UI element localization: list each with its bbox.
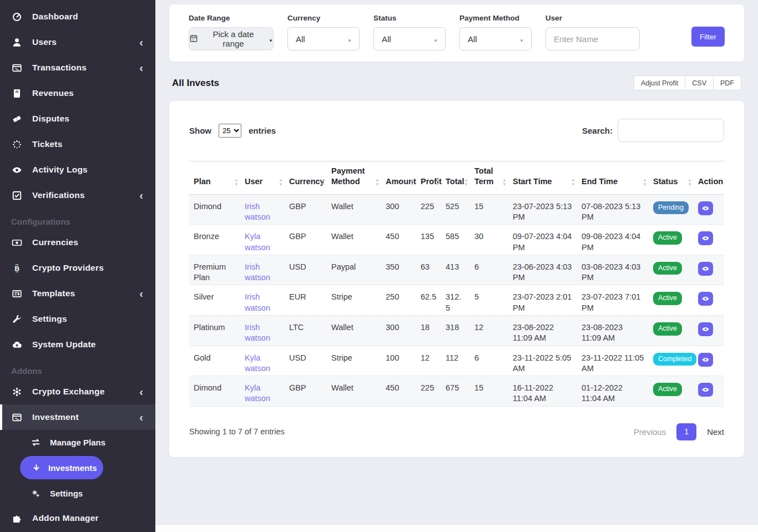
status-field: Status All — [373, 14, 446, 50]
column-header-status[interactable]: Status — [649, 161, 694, 195]
current-page-button[interactable]: 1 — [676, 423, 696, 440]
status-select[interactable]: All — [373, 27, 446, 50]
currency-field: Currency All — [287, 14, 360, 50]
sidebar-subitem-settings[interactable]: Settings — [0, 481, 155, 505]
pdf-export-button[interactable]: PDF — [713, 75, 741, 90]
view-button[interactable] — [698, 231, 713, 245]
previous-page-button[interactable]: Previous — [634, 427, 666, 437]
sidebar-item-label: Verifications — [32, 190, 139, 200]
profit-cell: 225 — [416, 376, 441, 407]
search-input[interactable] — [618, 119, 724, 142]
amount-cell: 450 — [381, 225, 416, 255]
filter-button[interactable]: Filter — [691, 27, 725, 47]
column-header-user[interactable]: User — [240, 161, 285, 195]
sidebar-item-dashboard[interactable]: Dashboard — [0, 4, 155, 29]
sidebar-section-configurations: Configurations — [0, 208, 155, 230]
column-header-plan[interactable]: Plan — [189, 161, 240, 195]
payment-method-cell: Wallet — [327, 376, 381, 407]
column-header-end-time[interactable]: End Time — [577, 161, 649, 195]
sidebar-item-label: Currencies — [32, 237, 143, 247]
sidebar-item-investment[interactable]: Investment — [0, 404, 155, 430]
column-header-total-term[interactable]: Total Term — [470, 161, 508, 195]
sidebar-item-label: Addon Manager — [32, 513, 143, 523]
sidebar-subitem-investments-active[interactable]: Investments — [20, 456, 103, 479]
user-link[interactable]: Irish watson — [245, 262, 270, 282]
sidebar-item-verifications[interactable]: Verifications — [0, 183, 155, 208]
column-header-currency[interactable]: Currency — [285, 161, 327, 195]
adjust-profit-button[interactable]: Adjust Profit — [634, 75, 685, 90]
user-link[interactable]: Kyla watson — [245, 383, 270, 403]
sidebar-item-crypto-exchange[interactable]: Crypto Exchange — [0, 379, 155, 404]
sidebar-item-addon-manager[interactable]: Addon Manager — [0, 505, 155, 531]
table-row: Premium Plan Irish watson USD Paypal 350… — [189, 255, 724, 285]
sidebar-item-settings[interactable]: Settings — [0, 306, 155, 332]
total-term-cell: 6 — [470, 255, 508, 285]
currency-select[interactable]: All — [287, 27, 360, 50]
view-button[interactable] — [698, 322, 713, 336]
main-content: Date Range Pick a date range Currency Al… — [155, 4, 758, 529]
user-link[interactable]: Irish watson — [245, 202, 270, 221]
sidebar-item-templates[interactable]: Templates — [0, 281, 155, 306]
user-link[interactable]: Irish watson — [245, 292, 270, 312]
column-header-amount[interactable]: Amount — [381, 161, 416, 195]
sidebar-item-transactions[interactable]: Transactions — [0, 55, 155, 80]
sidebar-item-label: Crypto Providers — [32, 263, 143, 273]
table-header-row: Plan User Currency Payment Method Amount… — [189, 161, 724, 195]
view-button[interactable] — [698, 353, 713, 367]
chevron-left-icon — [139, 37, 143, 48]
puzzle-icon — [11, 513, 22, 524]
sidebar-item-activity-logs[interactable]: Activity Logs — [0, 157, 155, 183]
eye-icon — [701, 234, 710, 242]
payment-method-cell: Wallet — [327, 225, 381, 255]
user-link[interactable]: Kyla watson — [245, 353, 270, 373]
user-link[interactable]: Kyla watson — [245, 232, 270, 251]
sidebar: Dashboard Users Transactions Revenues Di… — [0, 0, 155, 532]
column-header-payment-method[interactable]: Payment Method — [327, 161, 381, 195]
user-name-input[interactable] — [545, 27, 640, 50]
column-header-profit[interactable]: Profit — [416, 161, 441, 195]
entries-summary: Showing 1 to 7 of 7 entries — [189, 427, 285, 436]
view-button[interactable] — [698, 262, 713, 276]
view-button[interactable] — [698, 292, 713, 306]
date-range-picker-button[interactable]: Pick a date range — [189, 27, 274, 50]
eye-icon — [701, 265, 710, 273]
sidebar-item-label: Transactions — [32, 63, 139, 73]
eye-icon — [11, 165, 22, 175]
view-button[interactable] — [698, 383, 713, 397]
sidebar-item-system-update[interactable]: System Update — [0, 332, 155, 357]
total-term-cell: 15 — [470, 376, 508, 407]
plan-cell: Silver — [189, 285, 240, 316]
column-header-total[interactable]: Total — [441, 161, 470, 195]
total-cell: 675 — [441, 376, 470, 407]
next-page-button[interactable]: Next — [707, 427, 724, 437]
view-button[interactable] — [698, 201, 713, 215]
table-row: Silver Irish watson EUR Stripe 250 62.5 … — [189, 285, 724, 316]
page-size-select[interactable]: 25 — [219, 124, 241, 138]
user-link[interactable]: Irish watson — [245, 323, 270, 342]
sidebar-item-tickets[interactable]: Tickets — [0, 131, 155, 157]
sidebar-item-currencies[interactable]: Currencies — [0, 230, 155, 255]
profit-cell: 135 — [416, 225, 441, 255]
payment-method-select[interactable]: All — [459, 27, 532, 50]
total-cell: 585 — [441, 225, 470, 255]
table-footer: Showing 1 to 7 of 7 entries Previous 1 N… — [189, 423, 724, 440]
csv-export-button[interactable]: CSV — [685, 75, 714, 90]
sidebar-subitem-manage-plans[interactable]: Manage Plans — [0, 430, 155, 454]
sidebar-item-label: Settings — [32, 314, 143, 324]
payment-method-cell: Wallet — [327, 315, 381, 346]
status-badge: Active — [653, 292, 682, 305]
status-value: All — [382, 34, 391, 44]
column-header-start-time[interactable]: Start Time — [508, 161, 577, 195]
sidebar-item-disputes[interactable]: Disputes — [0, 106, 155, 131]
sidebar-item-crypto-providers[interactable]: B Crypto Providers — [0, 255, 155, 281]
date-range-label: Date Range — [189, 14, 274, 22]
sidebar-item-users[interactable]: Users — [0, 29, 155, 55]
table-row: Dimond Irish watson GBP Wallet 300 225 5… — [189, 194, 724, 225]
total-cell: 312.5 — [441, 285, 470, 316]
newspaper-icon — [11, 288, 22, 299]
horizontal-scrollbar[interactable] — [155, 524, 758, 532]
sidebar-item-revenues[interactable]: Revenues — [0, 80, 155, 106]
total-cell: 112 — [441, 346, 470, 376]
sort-icon — [410, 178, 415, 187]
action-cell — [694, 315, 724, 346]
